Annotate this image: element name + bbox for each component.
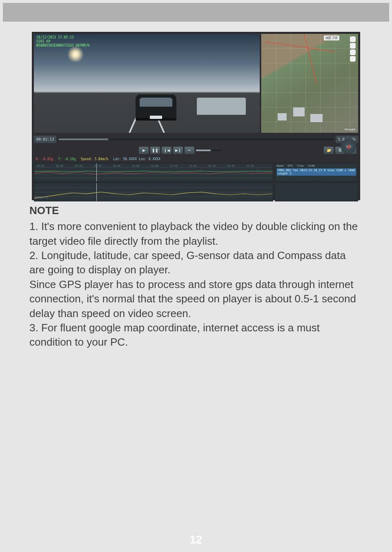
playlist-empty-box <box>275 183 359 201</box>
speed-trace <box>34 183 273 201</box>
page-number: 12 <box>0 533 392 546</box>
map-building <box>293 107 305 116</box>
graph-row-gsensor: 30:10 30:20 30:30 30:40 30:50 30:60 31:0… <box>34 163 358 182</box>
col-time: Time <box>297 164 304 168</box>
playlist-header-box: Name GPS Time Ind# F001_001 Yes 2013-12-… <box>275 163 359 182</box>
compass-labels: W E <box>346 145 351 148</box>
video-osd-overlay: 18/12/2013 17:05:13 SIRI A9 N50005565E00… <box>36 36 89 48</box>
graph-row-speed <box>34 183 358 201</box>
compass-widget: W E <box>341 139 356 154</box>
note-item-2: 2. Longitude, latitude, car speed, G-sen… <box>29 248 363 277</box>
graph-tick: 31:40 <box>227 164 235 167</box>
gsensor-graph[interactable]: 30:10 30:20 30:30 30:40 30:50 30:60 31:0… <box>34 163 273 182</box>
timecode-display: 00:01:13 <box>34 136 56 143</box>
map-zoom-out-button[interactable] <box>350 56 356 62</box>
note-item-1: 1. It's more convenient to playback the … <box>29 219 363 248</box>
pause-button[interactable]: ❚❚ <box>150 147 160 154</box>
snapshot-button[interactable]: ✂ <box>185 147 194 154</box>
graph-tick: 30:60 <box>132 164 139 167</box>
osd-gps: N50005565E008473163 007KM/H <box>36 44 89 47</box>
graph-tick: 30:30 <box>75 164 82 167</box>
map-recenter-button[interactable] <box>350 36 356 42</box>
gps-player-window: 18/12/2013 17:05:13 SIRI A9 N50005565E00… <box>32 32 360 200</box>
volume-slider[interactable] <box>196 150 220 151</box>
col-name: Name <box>277 164 284 168</box>
map-controls <box>350 36 356 62</box>
col-index: Ind# <box>308 164 315 168</box>
graph-tick: 30:50 <box>113 164 120 167</box>
video-pane[interactable]: 18/12/2013 17:05:13 SIRI A9 N50005565E00… <box>34 34 260 133</box>
note-title: NOTE <box>29 203 363 218</box>
graph-tick: 31:00 <box>151 164 158 167</box>
prev-button[interactable]: ❙◀ <box>162 147 172 154</box>
map-streetview-icon[interactable] <box>350 43 356 49</box>
graph-tick: 31:30 <box>208 164 216 167</box>
telemetry-strip: X: -0.02g Y: -0.10g Speed: 5.0km/h Lat: … <box>36 156 356 161</box>
note-section: NOTE 1. It's more convenient to playback… <box>29 203 363 350</box>
google-logo: Google <box>344 127 356 131</box>
telemetry-x: X: -0.02g <box>36 157 53 161</box>
speed-graph[interactable] <box>34 183 273 201</box>
graph-tick: 30:40 <box>94 164 101 167</box>
header-bar <box>3 3 389 22</box>
transport-row: ▶ ❚❚ ❙◀ ▶❙ ✂ 📁 ≣ ⟳ <box>32 145 360 156</box>
vehicle-car <box>136 94 176 121</box>
osd-device: SIRI A9 <box>36 40 50 43</box>
map-zoom-in-button[interactable] <box>350 49 356 55</box>
graph-tick: 30:10 <box>37 164 44 167</box>
telemetry-latlon: Lat: 50.XXXX Lon: 8.XXXX <box>113 157 160 161</box>
graph-tick: 30:20 <box>56 164 63 167</box>
telemetry-y: Y: -0.10g <box>58 157 76 161</box>
osd-datetime: 18/12/2013 17:05:13 <box>36 36 74 39</box>
map-pane[interactable]: 地图 卫星 Google <box>261 34 358 133</box>
map-building <box>310 114 323 122</box>
next-button[interactable]: ▶❙ <box>173 147 183 154</box>
map-type-toggle[interactable]: 地图 卫星 <box>324 36 339 40</box>
sun-glow <box>67 45 85 63</box>
telemetry-speed: Speed: 5.0km/h <box>81 157 108 161</box>
playlist-row-selected[interactable]: F001_001 Yes 2013-12-18_17-0 View 1280 x… <box>277 168 356 176</box>
col-gps: GPS <box>287 164 293 168</box>
graph-tick: 31:20 <box>189 164 196 167</box>
seek-bar[interactable] <box>59 139 333 140</box>
graph-tick: 31:10 <box>170 164 178 167</box>
note-item-3: 3. For fluent google map coordinate, int… <box>29 321 363 350</box>
play-button[interactable]: ▶ <box>139 147 149 154</box>
open-file-button[interactable]: 📁 <box>324 147 334 154</box>
player-main-row: 18/12/2013 17:05:13 SIRI A9 N50005565E00… <box>34 34 358 133</box>
seek-row: 00:01:13 5.0 km/h <box>34 134 358 144</box>
progress-label: Progress <box>35 196 49 199</box>
graph-tick: 31:50 <box>246 164 254 167</box>
note-item-2b: Since GPS player has to process and stor… <box>29 277 363 321</box>
license-plate <box>150 116 162 119</box>
map-building <box>278 113 287 121</box>
vehicle-bus <box>197 98 246 115</box>
